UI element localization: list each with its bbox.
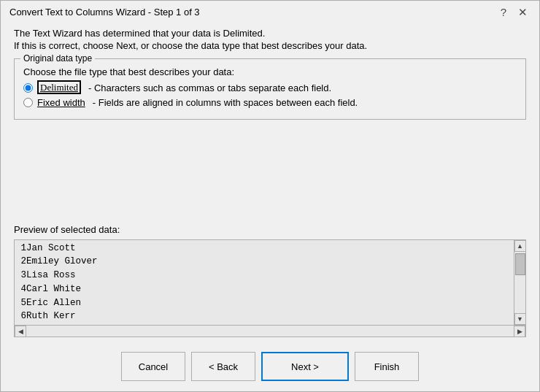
delimited-description: - Characters such as commas or tabs sepa… — [88, 82, 331, 93]
fixed-width-option-row: Fixed width - Fields are aligned in colu… — [23, 97, 517, 108]
dialog-title: Convert Text to Columns Wizard - Step 1 … — [9, 7, 200, 18]
fixed-width-label-text: Fixed width — [37, 97, 85, 108]
dialog: Convert Text to Columns Wizard - Step 1 … — [0, 0, 540, 392]
group-instruction: Choose the file type that best describes… — [23, 66, 517, 77]
title-bar: Convert Text to Columns Wizard - Step 1 … — [1, 1, 539, 20]
cancel-button[interactable]: Cancel — [121, 352, 185, 381]
back-button[interactable]: < Back — [191, 352, 255, 381]
fixed-width-label[interactable]: Fixed width — [37, 97, 85, 108]
preview-line-5: 5Eric Allen — [18, 296, 511, 310]
dialog-body: The Text Wizard has determined that your… — [1, 20, 539, 345]
spacer-middle — [14, 127, 526, 221]
delimited-radio[interactable] — [23, 83, 33, 93]
button-row: Cancel < Back Next > Finish — [1, 345, 539, 391]
preview-line-6: 6Ruth Kerr — [18, 310, 511, 323]
fixed-width-radio[interactable] — [23, 98, 33, 107]
scroll-down-arrow[interactable]: ▼ — [514, 313, 526, 325]
scroll-up-arrow[interactable]: ▲ — [514, 240, 526, 252]
original-data-type-group: Original data type Choose the file type … — [14, 58, 526, 120]
next-button[interactable]: Next > — [261, 352, 349, 381]
title-bar-controls: ? ✕ — [498, 7, 531, 18]
delimited-label-text: Delimited — [37, 80, 81, 94]
scroll-right-arrow[interactable]: ▶ — [514, 326, 525, 337]
preview-content[interactable]: 1Jan Scott 2Emiley Glover 3Lisa Ross 4Ca… — [15, 240, 514, 326]
delimited-label[interactable]: Delimited — [37, 82, 81, 93]
preview-line-2: 2Emiley Glover — [18, 255, 511, 269]
preview-line-1: 1Jan Scott — [18, 242, 511, 255]
fixed-width-description: - Fields are aligned in columns with spa… — [93, 97, 358, 108]
preview-line-3: 3Lisa Ross — [18, 269, 511, 283]
intro-line1: The Text Wizard has determined that your… — [14, 28, 526, 39]
help-button[interactable]: ? — [498, 7, 509, 18]
finish-button[interactable]: Finish — [355, 352, 419, 381]
scroll-thumb[interactable] — [515, 253, 525, 275]
intro-line2: If this is correct, choose Next, or choo… — [14, 40, 526, 51]
preview-label: Preview of selected data: — [14, 224, 526, 235]
preview-inner: 1Jan Scott 2Emiley Glover 3Lisa Ross 4Ca… — [15, 240, 525, 326]
group-title: Original data type — [20, 53, 95, 64]
preview-line-4: 4Carl White — [18, 283, 511, 296]
delimited-option-row: Delimited - Characters such as commas or… — [23, 82, 517, 93]
close-button[interactable]: ✕ — [515, 7, 531, 18]
scroll-left-arrow[interactable]: ◀ — [15, 326, 26, 337]
vertical-scrollbar[interactable]: ▲ ▼ — [514, 240, 525, 326]
horizontal-scrollbar[interactable]: ◀ ▶ — [15, 325, 525, 337]
preview-wrapper: 1Jan Scott 2Emiley Glover 3Lisa Ross 4Ca… — [14, 239, 526, 338]
